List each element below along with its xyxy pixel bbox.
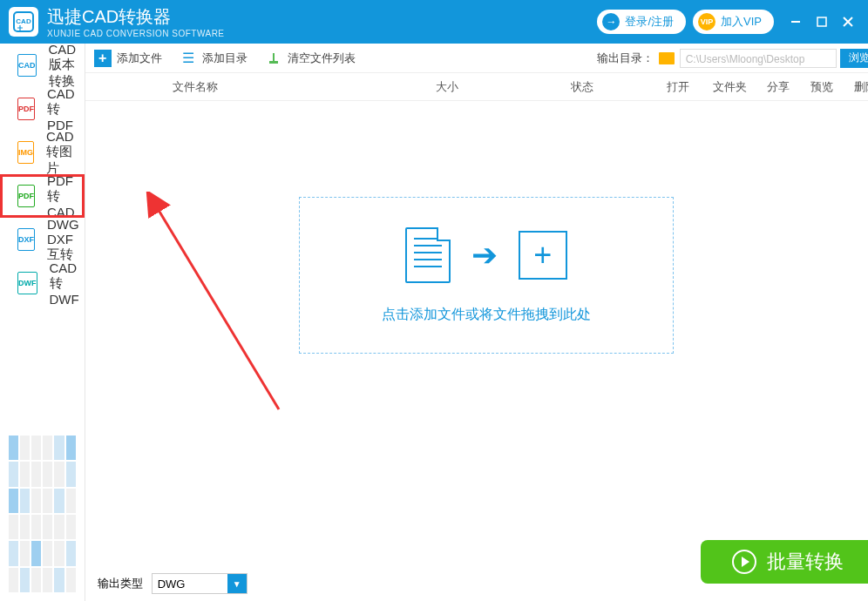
app-title: 迅捷CAD转换器 <box>47 5 225 29</box>
app-subtitle: XUNJIE CAD CONVERSION SOFTWARE <box>47 29 225 38</box>
main-panel: + 添加文件 ☰ 添加目录 清空文件列表 输出目录： C:\Users\Mloo… <box>85 44 868 601</box>
toolbar: + 添加文件 ☰ 添加目录 清空文件列表 输出目录： C:\Users\Mloo… <box>85 44 868 73</box>
broom-icon <box>265 50 282 67</box>
sidebar-item-label: CAD转图片 <box>46 129 85 177</box>
convert-label: 批量转换 <box>767 549 844 575</box>
output-type-value: DWG <box>158 577 186 591</box>
vip-label: 加入VIP <box>721 14 762 30</box>
cad-image-icon: IMG <box>17 141 34 164</box>
add-file-button[interactable]: + 添加文件 <box>94 50 162 67</box>
sidebar-item-cad-version[interactable]: CAD CAD版本转换 <box>0 44 85 87</box>
minimize-button[interactable] <box>784 10 807 33</box>
col-open: 打开 <box>652 79 704 95</box>
clear-list-button[interactable]: 清空文件列表 <box>265 50 356 67</box>
file-list-header: 文件名称 大小 状态 打开 文件夹 分享 预览 删除 <box>85 73 868 101</box>
sidebar-item-label: CAD转DWF <box>50 260 85 307</box>
plus-icon: + <box>94 50 112 67</box>
add-dir-label: 添加目录 <box>202 51 248 66</box>
vip-badge-icon: VIP <box>698 13 715 30</box>
play-icon <box>732 550 756 574</box>
close-button[interactable] <box>837 10 859 33</box>
login-button[interactable]: → 登录/注册 <box>597 10 686 34</box>
sidebar-item-dwg-dxf[interactable]: DXF DWG DXF互转 <box>0 218 85 261</box>
app-logo: CAD <box>9 7 38 37</box>
login-label: 登录/注册 <box>625 14 674 30</box>
sidebar-item-cad-to-pdf[interactable]: PDF CAD转PDF <box>0 87 85 131</box>
sidebar: CAD CAD版本转换 PDF CAD转PDF IMG CAD转图片 PDF P… <box>0 44 85 601</box>
sidebar-item-cad-to-image[interactable]: IMG CAD转图片 <box>0 131 85 174</box>
add-dir-button[interactable]: ☰ 添加目录 <box>180 50 248 67</box>
col-size: 大小 <box>382 79 512 95</box>
titlebar: CAD 迅捷CAD转换器 XUNJIE CAD CONVERSION SOFTW… <box>0 0 868 44</box>
cad-pdf-icon: PDF <box>17 98 35 120</box>
svg-rect-3 <box>817 17 826 26</box>
arrow-right-icon: ➔ <box>471 237 498 273</box>
title-group: 迅捷CAD转换器 XUNJIE CAD CONVERSION SOFTWARE <box>47 5 225 38</box>
sidebar-item-cad-to-dwf[interactable]: DWF CAD转DWF <box>0 261 85 305</box>
output-type-select[interactable]: DWG ▼ <box>152 573 248 594</box>
col-folder: 文件夹 <box>704 79 756 95</box>
output-dir-label: 输出目录： <box>597 51 654 66</box>
pdf-cad-icon: PDF <box>17 185 35 207</box>
col-share: 分享 <box>756 79 800 95</box>
maximize-button[interactable] <box>810 10 833 33</box>
drop-box[interactable]: ➔ + 点击添加文件或将文件拖拽到此处 <box>299 197 674 354</box>
dwg-dxf-icon: DXF <box>17 228 35 251</box>
svg-rect-6 <box>269 61 278 64</box>
cad-dwf-icon: DWF <box>17 272 37 294</box>
clear-list-label: 清空文件列表 <box>288 51 356 66</box>
document-icon <box>405 227 451 283</box>
drop-hint: 点击添加文件或将文件拖拽到此处 <box>382 306 591 324</box>
col-status: 状态 <box>512 79 652 95</box>
chevron-down-icon: ▼ <box>227 574 247 593</box>
col-delete: 删除 <box>844 79 868 95</box>
folder-icon <box>659 52 675 64</box>
sidebar-item-label: PDF转CAD <box>47 173 85 219</box>
output-dir-path[interactable]: C:\Users\Mloong\Desktop <box>680 49 837 68</box>
cad-version-icon: CAD <box>17 54 37 77</box>
arrow-right-icon: → <box>602 13 620 30</box>
col-preview: 预览 <box>800 79 844 95</box>
sidebar-ad <box>0 427 85 601</box>
sidebar-item-pdf-to-cad[interactable]: PDF PDF转CAD <box>0 174 85 218</box>
output-type-label: 输出类型 <box>98 576 143 591</box>
sidebar-item-label: DWG DXF互转 <box>47 217 85 263</box>
browse-button[interactable]: 浏览 <box>840 49 868 68</box>
drop-area[interactable]: ➔ + 点击添加文件或将文件拖拽到此处 <box>85 101 868 566</box>
svg-text:CAD: CAD <box>16 17 31 25</box>
add-file-label: 添加文件 <box>117 51 162 66</box>
col-name: 文件名称 <box>173 79 382 95</box>
list-icon: ☰ <box>180 50 197 67</box>
batch-convert-button[interactable]: 批量转换 <box>701 540 868 584</box>
sidebar-item-label: CAD转PDF <box>47 86 85 132</box>
drop-icons: ➔ + <box>405 227 567 283</box>
plus-box-icon: + <box>519 231 567 280</box>
vip-button[interactable]: VIP 加入VIP <box>693 10 774 34</box>
sidebar-item-label: CAD版本转换 <box>49 42 85 90</box>
